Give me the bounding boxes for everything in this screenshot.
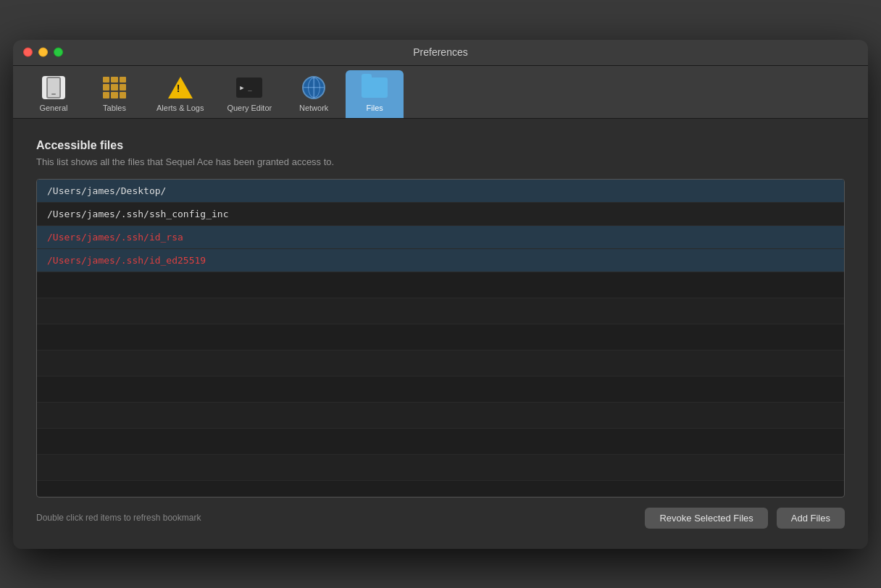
toolbar-item-alerts[interactable]: Alerts & Logs [146,70,214,118]
query-icon [236,75,262,101]
toolbar-item-query[interactable]: Query Editor [217,70,282,118]
toolbar-label-tables: Tables [103,104,126,112]
traffic-lights [23,48,63,57]
titlebar: Preferences [13,40,868,66]
section-title: Accessible files [36,139,845,152]
add-files-button[interactable]: Add Files [777,508,845,529]
toolbar-label-files: Files [367,104,383,112]
file-row-4 [37,272,844,298]
file-row-8 [37,377,844,403]
preferences-window: Preferences General [13,40,868,549]
files-icon [362,75,388,101]
footer-hint: Double click red items to refresh bookma… [36,513,636,523]
network-icon [301,75,327,101]
toolbar-label-general: General [39,104,67,112]
toolbar-item-tables[interactable]: Tables [85,70,143,118]
toolbar-label-network: Network [299,104,328,112]
close-button[interactable] [23,48,33,57]
toolbar: General Tables [13,66,868,119]
file-row-0[interactable]: /Users/james/Desktop/ [37,180,844,203]
revoke-selected-button[interactable]: Revoke Selected Files [645,508,767,529]
file-row-9 [37,403,844,429]
alerts-icon [167,75,193,101]
file-row-7 [37,350,844,377]
toolbar-item-network[interactable]: Network [285,70,343,118]
file-row-11 [37,455,844,481]
file-row-10 [37,429,844,455]
file-row-1[interactable]: /Users/james/.ssh/ssh_config_inc [37,203,844,226]
tables-icon [101,75,128,101]
window-title: Preferences [413,46,467,58]
file-row-5 [37,298,844,324]
minimize-button[interactable] [38,48,48,57]
toolbar-label-query: Query Editor [227,104,272,112]
file-list[interactable]: /Users/james/Desktop/ /Users/james/.ssh/… [36,179,845,497]
general-icon [41,75,67,101]
content-area: Accessible files This list shows all the… [13,119,868,549]
section-desc: This list shows all the files that Seque… [36,156,845,167]
toolbar-item-files[interactable]: Files [346,70,404,118]
toolbar-label-alerts: Alerts & Logs [156,104,204,112]
file-row-6 [37,324,844,350]
maximize-button[interactable] [54,48,63,57]
footer: Double click red items to refresh bookma… [36,497,845,532]
file-row-3[interactable]: /Users/james/.ssh/id_ed25519 [37,249,844,272]
file-row-2[interactable]: /Users/james/.ssh/id_rsa [37,226,844,249]
toolbar-item-general[interactable]: General [25,70,83,118]
